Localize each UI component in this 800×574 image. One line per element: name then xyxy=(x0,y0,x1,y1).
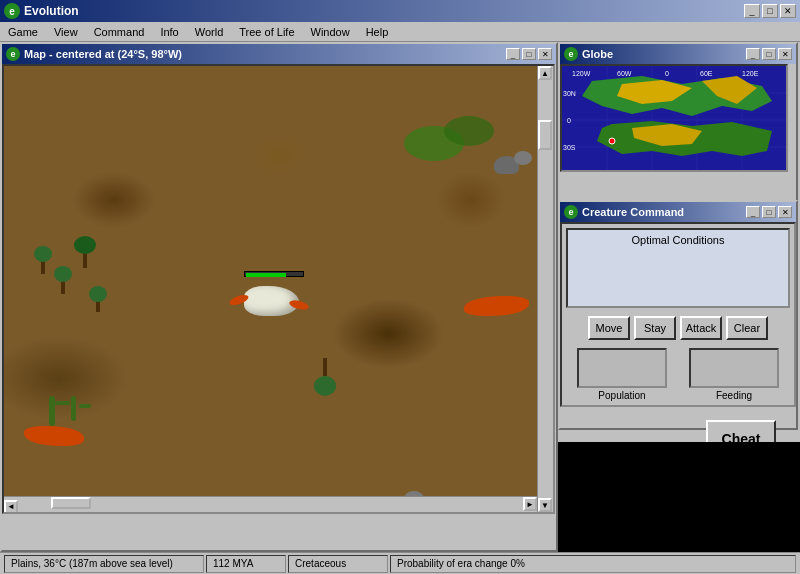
svg-text:120E: 120E xyxy=(742,70,759,77)
menu-info[interactable]: Info xyxy=(152,25,186,39)
status-bar: Plains, 36°C (187m above sea level) 112 … xyxy=(0,552,800,574)
menu-command[interactable]: Command xyxy=(86,25,153,39)
svg-text:0: 0 xyxy=(665,70,669,77)
map-viewport[interactable]: ▲ ▼ ◄ ► xyxy=(2,64,555,514)
title-bar-buttons: _ □ ✕ xyxy=(744,4,796,18)
globe-title: Globe xyxy=(582,48,746,60)
menu-help[interactable]: Help xyxy=(358,25,397,39)
scrollbar-vertical[interactable]: ▲ ▼ xyxy=(537,66,553,512)
attack-button[interactable]: Attack xyxy=(680,316,722,340)
title-bar: e Evolution _ □ ✕ xyxy=(0,0,800,22)
population-label: Population xyxy=(577,390,667,401)
main-creature xyxy=(244,286,299,316)
menu-game[interactable]: Game xyxy=(0,25,46,39)
vegetation-top-right-2 xyxy=(444,116,494,146)
status-era: Cretaceous xyxy=(288,555,388,573)
creature-close[interactable]: ✕ xyxy=(778,206,792,218)
optimal-conditions-label: Optimal Conditions xyxy=(632,234,725,246)
rocks-2 xyxy=(514,151,532,165)
creature-icon: e xyxy=(564,205,578,219)
app-title: Evolution xyxy=(24,4,744,18)
scrollbar-horizontal[interactable]: ◄ ► xyxy=(4,496,537,512)
map-close[interactable]: ✕ xyxy=(538,48,552,60)
map-title-bar: e Map - centered at (24°S, 98°W) _ □ ✕ xyxy=(2,44,556,64)
creature-title: Creature Command xyxy=(582,206,746,218)
creature-content: Optimal Conditions Move Stay Attack Clea… xyxy=(560,222,796,407)
menu-tree-of-life[interactable]: Tree of Life xyxy=(231,25,302,39)
feeding-box xyxy=(689,348,779,388)
status-year: 112 MYA xyxy=(206,555,286,573)
close-button[interactable]: ✕ xyxy=(780,4,796,18)
globe-icon: e xyxy=(564,47,578,61)
map-title: Map - centered at (24°S, 98°W) xyxy=(24,48,506,60)
menu-bar: Game View Command Info World Tree of Lif… xyxy=(0,22,800,42)
globe-close[interactable]: ✕ xyxy=(778,48,792,60)
menu-window[interactable]: Window xyxy=(303,25,358,39)
minimize-button[interactable]: _ xyxy=(744,4,760,18)
creature-stats: Population Feeding xyxy=(566,348,790,401)
globe-maximize[interactable]: □ xyxy=(762,48,776,60)
creature-minimize[interactable]: _ xyxy=(746,206,760,218)
svg-text:30N: 30N xyxy=(563,90,576,97)
feeding-label: Feeding xyxy=(689,390,779,401)
svg-text:60W: 60W xyxy=(617,70,632,77)
move-button[interactable]: Move xyxy=(588,316,630,340)
creature-window: e Creature Command _ □ ✕ Optimal Conditi… xyxy=(558,200,798,430)
population-box xyxy=(577,348,667,388)
globe-title-bar: e Globe _ □ ✕ xyxy=(560,44,796,64)
creature-maximize[interactable]: □ xyxy=(762,206,776,218)
svg-text:60E: 60E xyxy=(700,70,713,77)
globe-map: 120W 60W 0 60E 120E 30N 0 30S xyxy=(562,66,788,172)
menu-view[interactable]: View xyxy=(46,25,86,39)
globe-viewport[interactable]: 120W 60W 0 60E 120E 30N 0 30S xyxy=(560,64,788,172)
svg-text:120W: 120W xyxy=(572,70,591,77)
svg-point-21 xyxy=(609,138,615,144)
svg-text:0: 0 xyxy=(567,117,571,124)
map-maximize[interactable]: □ xyxy=(522,48,536,60)
command-buttons: Move Stay Attack Clear xyxy=(566,316,790,340)
menu-world[interactable]: World xyxy=(187,25,232,39)
status-location: Plains, 36°C (187m above sea level) xyxy=(4,555,204,573)
globe-window: e Globe _ □ ✕ xyxy=(558,42,798,202)
globe-minimize[interactable]: _ xyxy=(746,48,760,60)
clear-button[interactable]: Clear xyxy=(726,316,768,340)
stay-button[interactable]: Stay xyxy=(634,316,676,340)
status-probability: Probability of era change 0% xyxy=(390,555,796,573)
map-minimize[interactable]: _ xyxy=(506,48,520,60)
right-panel-bottom xyxy=(558,442,800,552)
maximize-button[interactable]: □ xyxy=(762,4,778,18)
optimal-conditions-panel: Optimal Conditions xyxy=(566,228,790,308)
map-icon: e xyxy=(6,47,20,61)
creature-title-bar: e Creature Command _ □ ✕ xyxy=(560,202,796,222)
map-window: e Map - centered at (24°S, 98°W) _ □ ✕ xyxy=(0,42,558,552)
app-icon: e xyxy=(4,3,20,19)
svg-text:30S: 30S xyxy=(563,144,576,151)
